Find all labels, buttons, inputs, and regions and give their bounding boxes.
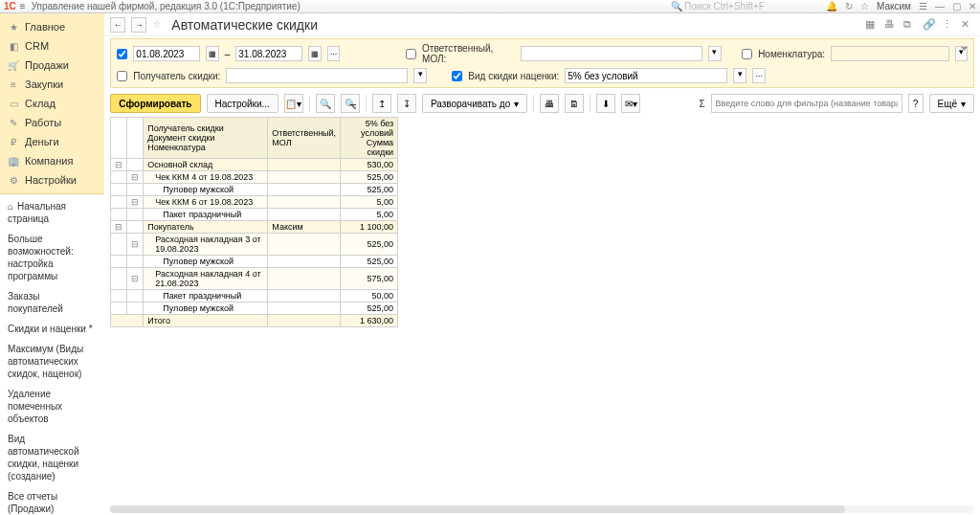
discount-type-label: Вид скидки наценки: — [468, 71, 559, 81]
more-button[interactable]: Ещё ▾ — [929, 94, 974, 113]
recipient-checkbox[interactable] — [117, 71, 127, 81]
sidebar-sub-item[interactable]: ⌂Начальная страница — [0, 196, 104, 229]
date-to-input[interactable] — [235, 46, 302, 61]
print-icon[interactable]: 🖶 — [884, 18, 898, 32]
responsible-input[interactable] — [521, 46, 702, 61]
history-icon[interactable]: ↻ — [845, 1, 853, 11]
recipient-dropdown-icon[interactable]: ▾ — [413, 68, 427, 83]
save-file-icon[interactable]: ⬇ — [596, 94, 615, 113]
find-icon[interactable]: 🔍 — [316, 94, 335, 113]
nav-icon: 🏢 — [8, 156, 19, 167]
table-row[interactable]: ⊟Расходная накладная 3 от 19.08.2023525,… — [111, 234, 398, 256]
sidebar-item[interactable]: ◧CRM — [0, 36, 104, 56]
app-title: Управление нашей фирмой, редакция 3.0 (1… — [32, 1, 301, 11]
form-button[interactable]: Сформировать — [110, 94, 200, 113]
close-tab-icon[interactable]: ✕ — [961, 18, 974, 32]
nav-label: Настройки — [25, 174, 77, 186]
responsible-dropdown-icon[interactable]: ▾ — [708, 46, 721, 61]
expand-icon[interactable]: ↧ — [397, 94, 416, 113]
nav-label: Компания — [25, 155, 73, 167]
sidebar-sub-item[interactable]: Скидки и наценки * — [0, 319, 104, 339]
horizontal-scrollbar[interactable] — [110, 505, 974, 513]
report-table: Получатель скидки Документ скидки Номенк… — [110, 117, 398, 327]
discount-type-dropdown-icon[interactable]: ▾ — [733, 68, 746, 83]
nav-label: Деньги — [25, 136, 59, 147]
sidebar-item[interactable]: ★Главное — [0, 17, 104, 36]
find-reset-icon[interactable]: 🔍̶ — [341, 94, 360, 113]
discount-type-checkbox[interactable] — [452, 71, 462, 81]
email-icon[interactable]: ✉▾ — [621, 94, 640, 113]
table-row[interactable]: Пуловер мужской525,00 — [111, 256, 398, 268]
expand-to-button[interactable]: Разворачивать до ▾ — [422, 94, 527, 113]
search-icon[interactable]: 🔍 — [671, 1, 682, 11]
sigma-icon[interactable]: Σ — [700, 99, 705, 109]
star-icon[interactable]: ☆ — [860, 1, 869, 11]
page-title: Автоматические скидки — [171, 17, 318, 33]
sidebar-sub-item[interactable]: Максимум (Виды автоматических скидок, на… — [0, 339, 104, 384]
responsible-checkbox[interactable] — [406, 49, 416, 59]
date-more-button[interactable]: ... — [327, 46, 340, 61]
calendar-to-icon[interactable]: ▦ — [308, 46, 321, 61]
settings-button[interactable]: Настройки... — [207, 94, 278, 113]
collapse-icon[interactable]: ↥ — [372, 94, 391, 113]
help-icon[interactable]: ? — [908, 94, 924, 113]
sidebar-item[interactable]: ✎Работы — [0, 113, 104, 132]
sidebar-item[interactable]: ₽Деньги — [0, 132, 104, 151]
maximize-icon[interactable]: ▢ — [952, 1, 961, 11]
sidebar-item[interactable]: ▭Склад — [0, 94, 104, 113]
favorite-icon[interactable]: ☆ — [152, 18, 162, 31]
sidebar-sub-item[interactable]: Больше возможностей: настройка программы — [0, 229, 104, 286]
bell-icon[interactable]: 🔔 — [826, 1, 837, 11]
table-row[interactable]: ⊟Чек ККМ 4 от 19.08.2023525,00 — [111, 171, 398, 184]
sidebar-sub-item[interactable]: Удаление помеченных объектов — [0, 384, 104, 429]
table-row[interactable]: Пакет праздничный50,00 — [111, 290, 398, 302]
nav-icon: 🛒 — [8, 60, 19, 71]
global-search[interactable]: Поиск Ctrl+Shift+F — [684, 1, 818, 11]
col-discount: 5% без условий Сумма скидки — [341, 118, 398, 159]
discount-type-more-button[interactable]: ... — [752, 68, 766, 83]
table-row[interactable]: Пуловер мужской525,00 — [111, 302, 398, 315]
table-row[interactable]: ⊟ПокупательМаксим1 100,00 — [111, 221, 398, 234]
link-icon[interactable]: 🔗 — [923, 18, 936, 32]
discount-type-select[interactable]: 5% без условий — [565, 68, 727, 83]
table-row[interactable]: ⊟Чек ККМ 6 от 19.08.20235,00 — [111, 196, 398, 209]
date-dash: – — [225, 49, 231, 59]
menu-lines-icon[interactable]: ☰ — [919, 1, 927, 11]
table-row[interactable]: ⊟Основной склад530,00 — [111, 159, 398, 171]
clip-icon[interactable]: ⧉ — [903, 18, 917, 32]
nomenclature-input[interactable] — [831, 46, 949, 61]
nav-label: Продажи — [25, 59, 69, 71]
sidebar-item[interactable]: ⚙Настройки — [0, 170, 104, 190]
table-row[interactable]: Пуловер мужской525,00 — [111, 184, 398, 196]
back-button[interactable]: ← — [110, 17, 125, 33]
save-icon[interactable]: ▦ — [865, 18, 879, 32]
calendar-from-icon[interactable]: ▦ — [206, 46, 218, 61]
filter-panel: ⏷ ▦ – ▦ ... Ответственный, МОЛ: ▾ Номенк… — [110, 38, 974, 88]
sidebar: ★Главное◧CRM🛒Продажи≡Закупки▭Склад✎Работ… — [0, 13, 104, 515]
nomenclature-checkbox[interactable] — [742, 49, 752, 59]
sidebar-sub-item[interactable]: Вид автоматической скидки, наценки (созд… — [0, 429, 104, 486]
table-row[interactable]: ⊟Расходная накладная 4 от 21.08.2023575,… — [111, 268, 398, 290]
sidebar-item[interactable]: ≡Закупки — [0, 75, 104, 94]
recipient-input[interactable] — [226, 68, 408, 83]
table-row[interactable]: Пакет праздничный5,00 — [111, 209, 398, 221]
print-button-icon[interactable]: 🖶 — [540, 94, 559, 113]
close-icon[interactable]: ✕ — [969, 1, 976, 11]
funnel-icon[interactable]: ⏷ — [960, 43, 969, 54]
sidebar-sub-item[interactable]: Заказы покупателей — [0, 286, 104, 319]
sidebar-item[interactable]: 🏢Компания — [0, 151, 104, 170]
user-label[interactable]: Максим — [877, 1, 911, 11]
minimize-icon[interactable]: — — [935, 1, 945, 11]
menu-icon[interactable]: ≡ — [20, 1, 26, 11]
date-from-input[interactable] — [133, 46, 200, 61]
sidebar-sub-item[interactable]: Все отчеты (Продажи) — [0, 486, 104, 515]
nav-icon: ▭ — [8, 99, 19, 109]
date-enabled-checkbox[interactable] — [117, 49, 127, 59]
preview-icon[interactable]: 🗎 — [565, 94, 584, 113]
toolbar: Сформировать Настройки... 📋▾ 🔍 🔍̶ ↥ ↧ Ра… — [104, 90, 980, 117]
report-filter-input[interactable] — [711, 94, 902, 113]
sidebar-item[interactable]: 🛒Продажи — [0, 56, 104, 75]
forward-button[interactable]: → — [131, 17, 146, 33]
variant-icon[interactable]: 📋▾ — [284, 94, 303, 113]
more-icon[interactable]: ⋮ — [942, 18, 955, 32]
